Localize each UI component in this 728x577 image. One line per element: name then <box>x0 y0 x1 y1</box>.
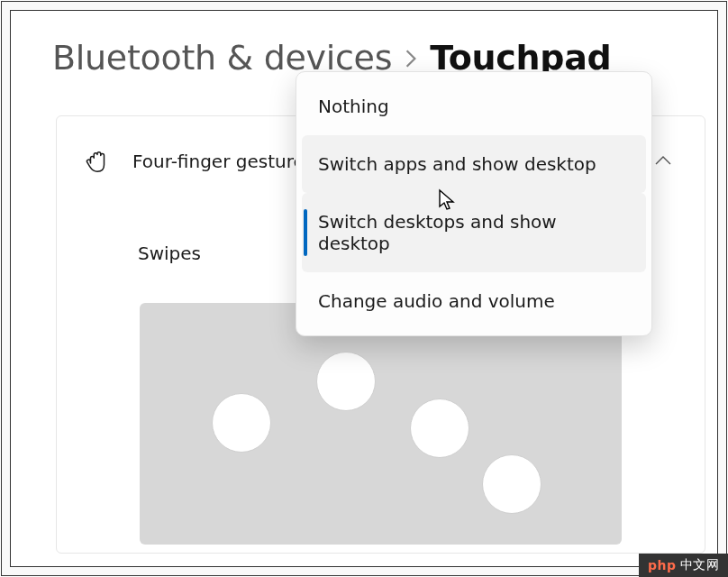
chevron-right-icon <box>405 45 417 75</box>
finger-dot <box>410 398 469 458</box>
cursor-icon <box>438 188 456 212</box>
chevron-up-icon[interactable] <box>654 153 670 169</box>
finger-dot <box>212 393 271 453</box>
watermark: php 中文网 <box>639 554 728 577</box>
dropdown-item-nothing[interactable]: Nothing <box>302 78 646 135</box>
breadcrumb: Bluetooth & devices Touchpad <box>11 11 717 78</box>
dropdown-item-audio-volume[interactable]: Change audio and volume <box>302 272 646 330</box>
swipes-label: Swipes <box>138 243 201 264</box>
touchpad-preview <box>140 303 622 545</box>
dropdown-item-switch-desktops[interactable]: Switch desktops and show desktop <box>302 193 646 272</box>
finger-dot <box>482 454 541 514</box>
watermark-text: 中文网 <box>680 557 720 573</box>
swipes-dropdown[interactable]: Nothing Switch apps and show desktop Swi… <box>296 71 652 336</box>
finger-dot <box>316 352 376 411</box>
dropdown-item-switch-apps[interactable]: Switch apps and show desktop <box>302 135 646 193</box>
hand-icon <box>84 148 111 175</box>
watermark-brand: php <box>648 558 677 572</box>
